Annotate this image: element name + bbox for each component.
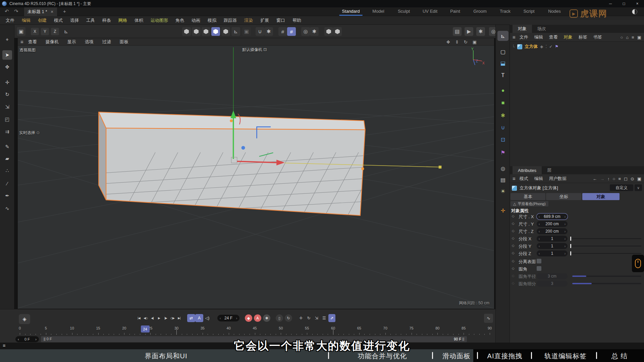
- goto-start-button[interactable]: |◀: [136, 314, 142, 322]
- fcurve-toggle-button[interactable]: ∿: [484, 314, 493, 323]
- section-tab-object[interactable]: 对象: [582, 193, 620, 200]
- viewport-menu-icon[interactable]: ≡: [20, 39, 23, 45]
- spinner-right-arrow[interactable]: ›: [565, 215, 566, 219]
- move-tool-icon[interactable]: ✛: [2, 78, 12, 87]
- record-rotation-button[interactable]: ↻: [305, 314, 312, 322]
- back-icon[interactable]: ←: [593, 176, 597, 181]
- snap-arrows-icon[interactable]: ⇉: [2, 127, 12, 136]
- axis-lock-z-button[interactable]: Z: [51, 28, 59, 35]
- segments-x-field[interactable]: ‹1›: [537, 236, 568, 242]
- object-manager-menu-edit[interactable]: 编辑: [534, 34, 543, 40]
- popout-icon[interactable]: ▣: [637, 176, 641, 181]
- workplane-lock-icon[interactable]: ⊾: [62, 27, 70, 36]
- object-manager-menu-tags[interactable]: 标签: [579, 34, 587, 40]
- viewport-menu-cameras[interactable]: 摄像机: [46, 39, 59, 45]
- record-key-button[interactable]: ◆: [245, 314, 252, 322]
- animation-dot-icon[interactable]: ◇: [512, 236, 515, 240]
- workspace-tab-uv-edit[interactable]: UV Edit: [423, 9, 437, 14]
- attributes-menu-edit[interactable]: 编辑: [534, 176, 543, 182]
- record-scale-button[interactable]: ⇲: [313, 314, 320, 322]
- render-picture-viewer-icon[interactable]: ▶: [465, 27, 473, 36]
- spinner-right-arrow[interactable]: ›: [236, 316, 237, 320]
- menu-window[interactable]: 窗口: [273, 17, 289, 23]
- autokey-track-button[interactable]: A: [195, 314, 203, 322]
- text-tool-icon[interactable]: T: [497, 70, 508, 80]
- auto-hexagon-icon[interactable]: [333, 27, 342, 36]
- phong-tag-chip[interactable]: △ 平滑着色(Phong): [511, 201, 548, 206]
- up-icon[interactable]: ↑: [607, 176, 610, 181]
- new-tab-button[interactable]: +: [63, 8, 66, 14]
- object-manager-menu-file[interactable]: 文件: [520, 34, 528, 40]
- point-sphere-icon[interactable]: ●: [497, 85, 508, 96]
- separate-surfaces-checkbox[interactable]: [537, 259, 541, 263]
- goto-end-button[interactable]: ▶|: [176, 314, 182, 322]
- prev-frame-button[interactable]: ◀|: [149, 314, 156, 322]
- popout-icon[interactable]: ▣: [637, 35, 641, 40]
- keyframe-selection-button[interactable]: ⇗: [328, 314, 335, 322]
- orbit-icon[interactable]: ↻: [464, 40, 468, 45]
- workspace-tab-script[interactable]: Script: [523, 9, 534, 14]
- camera-label[interactable]: 默认摄像机 ⊡: [242, 47, 267, 53]
- maximize-button[interactable]: □: [617, 0, 631, 7]
- segments-y-slider-handle[interactable]: [570, 244, 571, 248]
- animation-dot-icon[interactable]: ◇: [512, 259, 515, 263]
- spinner-left-arrow[interactable]: ‹: [539, 237, 540, 241]
- axis-lock-x-button[interactable]: X: [31, 28, 39, 35]
- menu-mograph[interactable]: 运动图形: [147, 17, 172, 23]
- generator-gear-icon[interactable]: ✱: [497, 110, 508, 120]
- gear-circle-icon[interactable]: ✱: [310, 27, 319, 36]
- animation-dot-icon[interactable]: ◇: [512, 251, 515, 255]
- attributes-tab-layers[interactable]: 层: [542, 166, 557, 174]
- menu-file[interactable]: 文件: [2, 17, 18, 23]
- target-icon[interactable]: ⊙: [631, 176, 634, 181]
- scale-tool-icon[interactable]: ⇲: [2, 102, 12, 112]
- preset-dropdown[interactable]: 自定义: [610, 184, 633, 191]
- maximize-view-icon[interactable]: ▣: [473, 40, 477, 45]
- menu-mesh[interactable]: 网格: [115, 17, 131, 23]
- record-position-button[interactable]: ✛: [298, 314, 305, 322]
- viewport-menu-view[interactable]: 查看: [28, 39, 37, 45]
- object-manager-tab-takes[interactable]: 场次: [532, 25, 551, 33]
- animation-dot-icon[interactable]: ◇: [512, 222, 515, 225]
- filter-icon[interactable]: ≡: [632, 35, 634, 40]
- object-manager-menu-icon[interactable]: ≡: [513, 34, 516, 40]
- axis-lock-y-button[interactable]: Y: [41, 28, 49, 35]
- workplane-box-icon[interactable]: ⊡: [497, 134, 508, 144]
- spinner-right-arrow[interactable]: ›: [565, 252, 566, 255]
- animation-dot-icon[interactable]: ◇: [512, 274, 515, 278]
- model-mode-icon[interactable]: [211, 27, 220, 36]
- menu-edit[interactable]: 编辑: [18, 17, 34, 23]
- fillet-checkbox[interactable]: [537, 266, 541, 271]
- search-icon[interactable]: ○: [620, 35, 623, 40]
- quantize-grid-lock-icon[interactable]: #: [287, 27, 296, 36]
- size-x-field[interactable]: ‹689.9 cm›: [537, 214, 568, 220]
- home-icon[interactable]: ⌂: [626, 35, 629, 40]
- sculpt-brush-icon[interactable]: ✎: [2, 142, 12, 152]
- spinner-right-arrow[interactable]: ›: [565, 237, 566, 241]
- history-icon[interactable]: ▣: [17, 27, 25, 36]
- viewport-menu-filter[interactable]: 过滤: [102, 39, 111, 45]
- menu-tools[interactable]: 工具: [83, 17, 99, 23]
- animation-dot-icon[interactable]: ◇: [512, 266, 515, 270]
- spinner-left-arrow[interactable]: ‹: [539, 222, 540, 226]
- visibility-dots-icon[interactable]: ⁚: [545, 44, 547, 49]
- prev-key-button[interactable]: ◀◇: [142, 314, 149, 322]
- live-selection-tool-icon[interactable]: ➤: [2, 50, 12, 60]
- attributes-tab-attributes[interactable]: Attributes: [513, 166, 542, 174]
- document-tab[interactable]: 未标题 1 * ✕: [24, 7, 57, 16]
- cube-size-handle-top[interactable]: [230, 119, 233, 122]
- axis-tool-icon[interactable]: ✛: [497, 205, 508, 216]
- viewport-menu-display[interactable]: 显示: [67, 39, 76, 45]
- viewport-menu-options[interactable]: 选项: [85, 39, 94, 45]
- search-icon[interactable]: ○: [613, 176, 615, 181]
- workspace-tab-paint[interactable]: Paint: [450, 9, 460, 14]
- target-rings-icon[interactable]: ◎: [301, 27, 310, 36]
- workspace-tab-standard[interactable]: Standard: [342, 9, 360, 14]
- autokey-button[interactable]: A: [254, 314, 261, 322]
- polygons-mode-icon[interactable]: [202, 27, 210, 36]
- record-parameter-button[interactable]: ☰: [321, 314, 328, 322]
- clone-dots-icon[interactable]: ∴: [2, 166, 12, 175]
- zoom-tool-icon[interactable]: ⌖: [2, 35, 12, 44]
- segments-z-field[interactable]: ‹1›: [537, 250, 568, 256]
- segments-z-slider-handle[interactable]: [570, 251, 571, 255]
